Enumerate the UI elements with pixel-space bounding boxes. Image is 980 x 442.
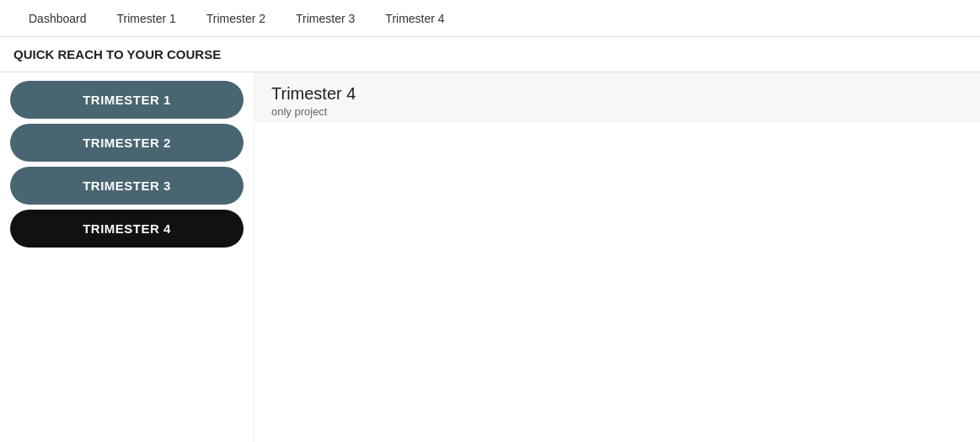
trimester1-button[interactable]: TRIMESTER 1: [10, 81, 244, 119]
nav-item-trimester3[interactable]: Trimester 3: [281, 3, 370, 34]
nav-item-dashboard[interactable]: Dashboard: [13, 3, 102, 34]
main-layout: TRIMESTER 1 TRIMESTER 2 TRIMESTER 3 TRIM…: [0, 72, 980, 442]
trimester2-button[interactable]: TRIMESTER 2: [10, 124, 244, 162]
sidebar: TRIMESTER 1 TRIMESTER 2 TRIMESTER 3 TRIM…: [0, 72, 254, 442]
nav-item-trimester4[interactable]: Trimester 4: [370, 3, 459, 34]
content-body: [254, 123, 980, 442]
top-navigation: Dashboard Trimester 1 Trimester 2 Trimes…: [0, 0, 980, 37]
content-subtitle: only project: [271, 105, 963, 118]
nav-item-trimester1[interactable]: Trimester 1: [102, 3, 191, 34]
section-heading: QUICK REACH TO YOUR COURSE: [0, 37, 980, 72]
trimester3-button[interactable]: TRIMESTER 3: [10, 167, 244, 205]
content-title: Trimester 4: [271, 84, 963, 104]
trimester4-button[interactable]: TRIMESTER 4: [10, 210, 244, 248]
content-area: Trimester 4 only project: [254, 72, 980, 442]
nav-item-trimester2[interactable]: Trimester 2: [191, 3, 281, 34]
content-header: Trimester 4 only project: [254, 72, 980, 123]
